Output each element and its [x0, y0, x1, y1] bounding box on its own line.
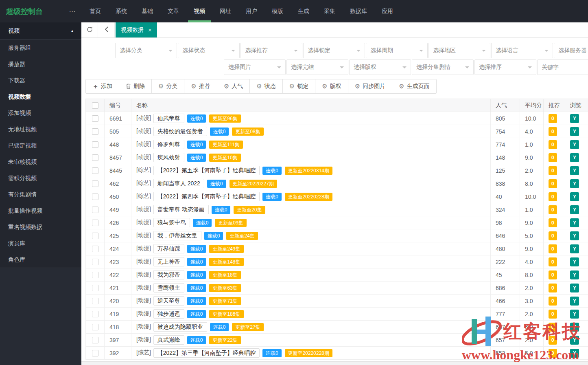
- serial-badge[interactable]: 连载0: [262, 349, 282, 357]
- filter-select-选择排序[interactable]: 选择排序: [474, 59, 536, 75]
- recommend-badge[interactable]: 0: [549, 310, 557, 319]
- serial-badge[interactable]: 连载0: [187, 310, 206, 318]
- row-checkbox[interactable]: [92, 246, 98, 252]
- row-checkbox[interactable]: [92, 233, 98, 239]
- update-badge[interactable]: 更新至27集: [232, 323, 263, 331]
- sidebar-item-无地址视频[interactable]: 无地址视频: [0, 121, 81, 137]
- recommend-badge[interactable]: 0: [549, 205, 557, 214]
- update-badge[interactable]: 更新至20集: [234, 206, 265, 214]
- sidebar-item-已锁定视频[interactable]: 已锁定视频: [0, 137, 81, 154]
- recommend-badge[interactable]: 0: [549, 231, 557, 240]
- recommend-badge[interactable]: 0: [549, 349, 557, 358]
- recommend-badge[interactable]: 0: [549, 179, 557, 188]
- update-badge[interactable]: 更新至10集: [209, 154, 240, 162]
- sidebar-item-有分集剧情[interactable]: 有分集剧情: [0, 186, 81, 202]
- nav-item-系统[interactable]: 系统: [110, 0, 133, 22]
- recommend-badge[interactable]: 0: [549, 336, 557, 345]
- tab-video-data[interactable]: 视频数据 ×: [116, 22, 157, 37]
- sidebar-item-需积分视频[interactable]: 需积分视频: [0, 170, 81, 186]
- row-checkbox[interactable]: [92, 141, 98, 148]
- row-checkbox[interactable]: [92, 115, 98, 122]
- row-title[interactable]: 万界仙踪: [153, 244, 184, 253]
- toolbar-button-状态[interactable]: ⚙状态: [249, 79, 282, 94]
- brand-logo[interactable]: 超级控制台: [0, 7, 61, 16]
- row-checkbox[interactable]: [92, 324, 98, 330]
- row-title[interactable]: 新闻当事人 2022: [153, 179, 204, 188]
- nav-item-文章[interactable]: 文章: [162, 0, 185, 22]
- row-checkbox[interactable]: [92, 167, 98, 174]
- serial-badge[interactable]: 连载0: [210, 323, 229, 331]
- view-badge[interactable]: Y: [570, 323, 579, 332]
- row-title[interactable]: 【2022】第三季【河南坠子】经典唱腔: [153, 348, 260, 358]
- row-checkbox[interactable]: [92, 311, 98, 317]
- row-title[interactable]: 独步逍遥: [153, 309, 184, 319]
- filter-select-选择周期[interactable]: 选择周期: [366, 43, 428, 58]
- recommend-badge[interactable]: 0: [549, 270, 557, 279]
- recommend-badge[interactable]: 0: [549, 166, 557, 175]
- row-checkbox[interactable]: [92, 285, 98, 291]
- view-badge[interactable]: Y: [570, 166, 579, 175]
- more-icon[interactable]: ⋯: [61, 7, 84, 15]
- view-badge[interactable]: Y: [570, 205, 579, 214]
- toolbar-button-版权[interactable]: ⚙版权: [315, 79, 348, 94]
- update-badge[interactable]: 更新至71集: [209, 297, 240, 305]
- toolbar-button-删除[interactable]: 删除: [119, 79, 152, 94]
- row-checkbox[interactable]: [92, 272, 98, 278]
- sidebar-item-演员库[interactable]: 演员库: [0, 235, 81, 251]
- serial-badge[interactable]: 连载0: [187, 297, 206, 305]
- serial-badge[interactable]: 连载0: [193, 219, 212, 227]
- update-badge[interactable]: 更新至09集: [215, 219, 246, 227]
- update-badge[interactable]: 更新至20220228期: [285, 349, 332, 357]
- row-checkbox[interactable]: [92, 154, 98, 161]
- toolbar-button-锁定[interactable]: ⚙锁定: [282, 79, 315, 94]
- recommend-badge[interactable]: 0: [549, 244, 557, 253]
- filter-select-选择状态[interactable]: 选择状态: [178, 43, 240, 58]
- recommend-badge[interactable]: 0: [549, 323, 557, 332]
- update-badge[interactable]: 更新至186集: [209, 310, 243, 318]
- row-checkbox[interactable]: [92, 298, 98, 304]
- sidebar-item-下载器[interactable]: 下载器: [0, 72, 81, 88]
- view-badge[interactable]: Y: [570, 192, 579, 201]
- filter-select-选择语言[interactable]: 选择语言: [491, 43, 553, 58]
- recommend-badge[interactable]: 0: [549, 284, 557, 292]
- row-title[interactable]: 失格纹的最强贤者: [153, 127, 207, 136]
- serial-badge[interactable]: 连载0: [187, 245, 206, 253]
- row-title[interactable]: 狼与笼中鸟: [153, 218, 190, 227]
- nav-item-基础[interactable]: 基础: [136, 0, 159, 22]
- sidebar-item-播放器[interactable]: 播放器: [0, 56, 81, 72]
- row-title[interactable]: 仙武帝尊: [153, 114, 184, 123]
- filter-select-选择地区[interactable]: 选择地区: [428, 43, 490, 58]
- toolbar-button-添加[interactable]: ＋添加: [85, 79, 119, 94]
- row-title[interactable]: 修罗剑尊: [153, 140, 184, 149]
- view-badge[interactable]: Y: [570, 244, 579, 253]
- sidebar-item-批量操作视频[interactable]: 批量操作视频: [0, 202, 81, 219]
- serial-badge[interactable]: 连载0: [262, 167, 282, 175]
- row-checkbox[interactable]: [92, 220, 98, 226]
- serial-badge[interactable]: 连载0: [187, 154, 206, 162]
- view-badge[interactable]: Y: [570, 284, 579, 292]
- scroll-tabs-left-button[interactable]: [98, 22, 115, 37]
- row-title[interactable]: 被迫成为隐藏职业: [153, 322, 207, 332]
- recommend-badge[interactable]: 0: [549, 140, 557, 149]
- filter-select-选择分类[interactable]: 选择分类: [115, 43, 177, 58]
- row-checkbox[interactable]: [92, 128, 98, 135]
- filter-select-选择版权[interactable]: 选择版权: [349, 59, 411, 75]
- filter-select-选择图片[interactable]: 选择图片: [224, 59, 286, 75]
- sidebar-item-重名视频数据[interactable]: 重名视频数据: [0, 219, 81, 235]
- serial-badge[interactable]: 连载0: [187, 284, 206, 292]
- filter-select-选择推荐[interactable]: 选择推荐: [240, 43, 302, 58]
- row-checkbox[interactable]: [92, 259, 98, 265]
- row-checkbox[interactable]: [92, 337, 98, 343]
- serial-badge[interactable]: 连载0: [187, 271, 206, 279]
- row-checkbox[interactable]: [92, 180, 98, 187]
- row-title[interactable]: 我为邪帝: [153, 270, 184, 279]
- filter-select-选择锁定[interactable]: 选择锁定: [303, 43, 365, 58]
- serial-badge[interactable]: 连载0: [187, 336, 206, 344]
- view-badge[interactable]: Y: [570, 336, 579, 345]
- nav-item-用户[interactable]: 用户: [240, 0, 263, 22]
- view-badge[interactable]: Y: [570, 153, 579, 162]
- view-badge[interactable]: Y: [570, 179, 579, 188]
- view-badge[interactable]: Y: [570, 218, 579, 227]
- nav-item-数据库[interactable]: 数据库: [344, 0, 373, 22]
- row-checkbox[interactable]: [92, 350, 98, 356]
